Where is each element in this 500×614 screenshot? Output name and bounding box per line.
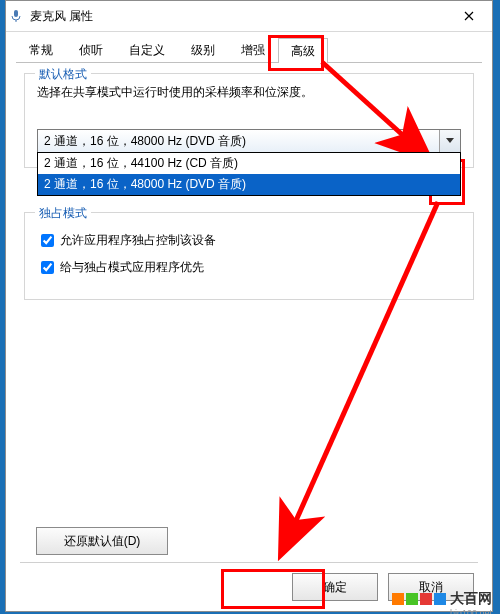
titlebar: 麦克风 属性 (6, 1, 492, 32)
watermark-url: big100.net (450, 608, 492, 614)
watermark: 大百网 big100.net (392, 590, 492, 608)
format-selected-value: 2 通道，16 位，48000 Hz (DVD 音质) (38, 133, 439, 150)
close-icon (464, 11, 474, 21)
tab-levels[interactable]: 级别 (178, 37, 228, 62)
default-format-desc: 选择在共享模式中运行时使用的采样频率和位深度。 (37, 84, 461, 101)
fieldset-exclusive: 独占模式 允许应用程序独占控制该设备 给与独占模式应用程序优先 (24, 212, 474, 300)
format-combobox[interactable]: 2 通道，16 位，48000 Hz (DVD 音质) (37, 129, 461, 153)
tab-general[interactable]: 常规 (16, 37, 66, 62)
checkbox-allow-control[interactable]: 允许应用程序独占控制该设备 (37, 231, 461, 250)
format-option[interactable]: 2 通道，16 位，48000 Hz (DVD 音质) (38, 174, 460, 195)
watermark-logo (392, 593, 446, 605)
close-button[interactable] (446, 1, 492, 31)
format-dropdown: 2 通道，16 位，44100 Hz (CD 音质) 2 通道，16 位，480… (37, 152, 461, 196)
properties-dialog: 麦克风 属性 常规 侦听 自定义 级别 增强 高级 默认格式 选择在共享模式中运… (5, 0, 493, 612)
svg-rect-0 (14, 10, 18, 17)
combobox-arrow[interactable] (439, 130, 460, 152)
checkbox-priority-label: 给与独占模式应用程序优先 (60, 259, 204, 276)
tab-advanced[interactable]: 高级 (278, 38, 328, 63)
format-option[interactable]: 2 通道，16 位，44100 Hz (CD 音质) (38, 153, 460, 174)
fieldset-default-format: 默认格式 选择在共享模式中运行时使用的采样频率和位深度。 2 通道，16 位，4… (24, 73, 474, 168)
tab-custom[interactable]: 自定义 (116, 37, 178, 62)
tab-enhance[interactable]: 增强 (228, 37, 278, 62)
window-title: 麦克风 属性 (26, 8, 446, 25)
tab-listen[interactable]: 侦听 (66, 37, 116, 62)
separator (20, 562, 478, 563)
legend-exclusive: 独占模式 (35, 205, 91, 222)
checkbox-allow-control-input[interactable] (41, 234, 54, 247)
ok-button[interactable]: 确定 (292, 573, 378, 601)
checkbox-priority-input[interactable] (41, 261, 54, 274)
microphone-icon (6, 9, 26, 23)
legend-default-format: 默认格式 (35, 66, 91, 83)
checkbox-allow-control-label: 允许应用程序独占控制该设备 (60, 232, 216, 249)
restore-defaults-button[interactable]: 还原默认值(D) (36, 527, 168, 555)
tab-strip: 常规 侦听 自定义 级别 增强 高级 (16, 38, 482, 63)
checkbox-priority[interactable]: 给与独占模式应用程序优先 (37, 258, 461, 277)
chevron-down-icon (446, 138, 454, 144)
watermark-text: 大百网 (450, 590, 492, 608)
